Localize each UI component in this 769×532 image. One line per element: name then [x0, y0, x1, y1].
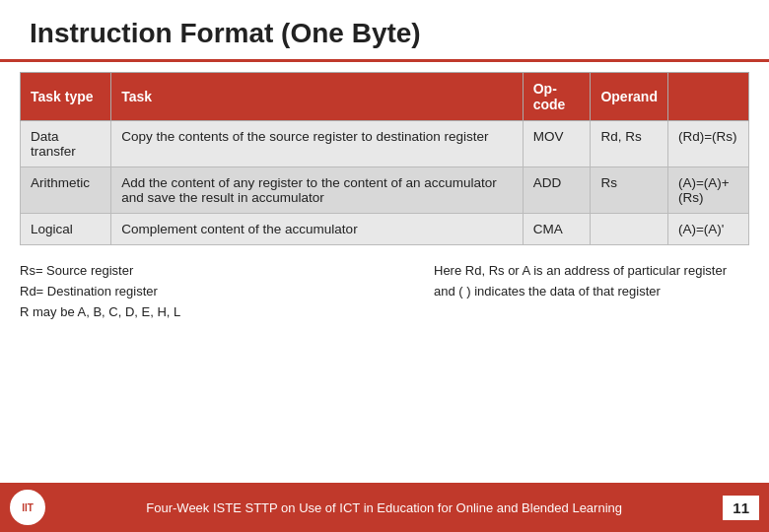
cell-tasktype-1: Arithmetic [21, 167, 111, 214]
bottom-bar-text: Four-Week ISTE STTP on Use of ICT in Edu… [45, 500, 723, 515]
cell-extra-1: (A)=(A)+(Rs) [667, 167, 748, 214]
cell-tasktype-2: Logical [21, 214, 111, 245]
instruction-table: Task type Task Op-code Operand Data tran… [20, 72, 749, 245]
col-header-operand: Operand [591, 73, 668, 121]
cell-tasktype-0: Data transfer [21, 121, 111, 167]
title-bar: Instruction Format (One Byte) [0, 0, 769, 62]
table-row: Arithmetic Add the content of any regist… [21, 167, 749, 214]
footer-left-line-1: Rd= Destination register [20, 282, 180, 302]
table-row: Data transfer Copy the contents of the s… [21, 121, 749, 167]
col-header-opcode: Op-code [523, 73, 591, 121]
footer-left-line-2: R may be A, B, C, D, E, H, L [20, 302, 180, 323]
table-row: Logical Complement content of the accumu… [21, 214, 749, 245]
col-header-extra [667, 73, 748, 121]
footer-notes: Rs= Source register Rd= Destination regi… [20, 255, 749, 326]
bottom-bar: IIT Four-Week ISTE STTP on Use of ICT in… [0, 483, 769, 532]
logo-icon: IIT [10, 490, 45, 525]
cell-extra-0: (Rd)=(Rs) [667, 121, 748, 167]
footer-right: Here Rd, Rs or A is an address of partic… [434, 261, 749, 322]
col-header-task: Task [111, 73, 523, 121]
table-header-row: Task type Task Op-code Operand [21, 73, 749, 121]
page-number: 11 [723, 496, 759, 520]
logo-area: IIT [10, 490, 45, 525]
cell-task-0: Copy the contents of the source register… [111, 121, 523, 167]
cell-opcode-0: MOV [523, 121, 591, 167]
cell-operand-2 [591, 214, 668, 245]
footer-left: Rs= Source register Rd= Destination regi… [20, 261, 180, 322]
cell-opcode-2: CMA [523, 214, 591, 245]
col-header-tasktype: Task type [21, 73, 111, 121]
cell-operand-0: Rd, Rs [591, 121, 668, 167]
page-title: Instruction Format (One Byte) [30, 18, 739, 49]
page: Instruction Format (One Byte) Task type … [0, 0, 769, 532]
cell-operand-1: Rs [591, 167, 668, 214]
footer-left-line-0: Rs= Source register [20, 261, 180, 282]
cell-task-2: Complement content of the accumulator [111, 214, 523, 245]
cell-opcode-1: ADD [523, 167, 591, 214]
cell-task-1: Add the content of any register to the c… [111, 167, 523, 214]
content-area: Task type Task Op-code Operand Data tran… [0, 62, 769, 483]
cell-extra-2: (A)=(A)' [667, 214, 748, 245]
